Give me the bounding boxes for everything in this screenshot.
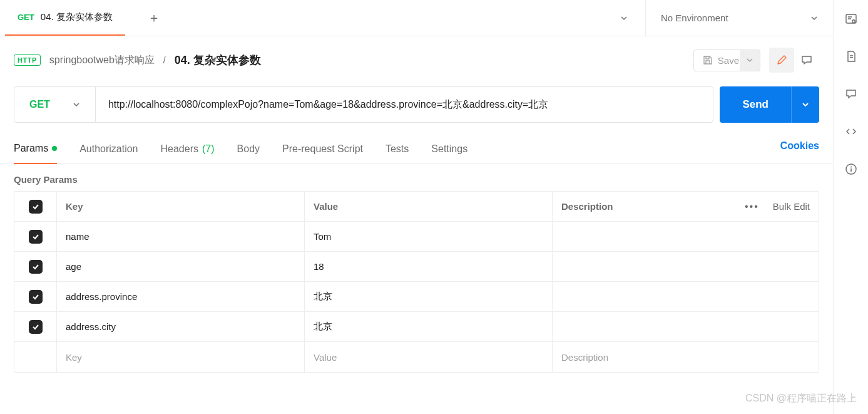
- table-row-new[interactable]: Key Value Description: [14, 342, 819, 372]
- param-key[interactable]: address.city: [57, 312, 305, 341]
- col-description: Description: [553, 192, 718, 221]
- tab-headers[interactable]: Headers (7): [161, 137, 215, 163]
- request-tabs: Params Authorization Headers (7) Body Pr…: [0, 134, 833, 164]
- method-label: GET: [29, 99, 50, 110]
- comment-icon: [801, 54, 812, 66]
- table-row: address.province 北京: [14, 282, 819, 312]
- breadcrumb-current: 04. 复杂实体参数: [175, 53, 261, 68]
- tab-tests[interactable]: Tests: [385, 137, 409, 163]
- svg-point-3: [850, 167, 852, 168]
- tab-method: GET: [18, 13, 34, 22]
- tab-body[interactable]: Body: [237, 137, 260, 163]
- tab-authorization[interactable]: Authorization: [79, 137, 138, 163]
- param-description[interactable]: [553, 312, 718, 341]
- url-box: GET: [14, 86, 713, 123]
- edit-button[interactable]: [769, 48, 794, 73]
- param-description[interactable]: [553, 252, 718, 281]
- method-selector[interactable]: GET: [14, 87, 96, 122]
- tab-bar: GET 04. 复杂实体参数 ＋ No Environment: [0, 0, 833, 36]
- breadcrumb-row: HTTP springbootweb请求响应 / 04. 复杂实体参数 Save: [0, 36, 833, 84]
- row-checkbox[interactable]: [29, 320, 43, 334]
- param-key-placeholder[interactable]: Key: [57, 342, 305, 372]
- documentation-icon[interactable]: [845, 50, 857, 63]
- param-description[interactable]: [553, 282, 718, 311]
- col-value: Value: [305, 192, 553, 221]
- check-icon: [32, 203, 39, 210]
- params-table: Key Value Description ••• Bulk Edit name…: [14, 191, 819, 373]
- params-indicator-dot: [52, 146, 57, 151]
- http-badge: HTTP: [14, 54, 41, 66]
- param-key[interactable]: age: [57, 252, 305, 281]
- breadcrumb-parent[interactable]: springbootweb请求响应: [49, 54, 155, 67]
- row-checkbox[interactable]: [29, 260, 43, 274]
- param-description-placeholder[interactable]: Description: [553, 342, 718, 372]
- svg-point-1: [852, 20, 854, 23]
- tabs-dropdown[interactable]: [620, 14, 645, 22]
- code-icon[interactable]: [845, 125, 857, 138]
- comment-button[interactable]: [794, 48, 819, 73]
- tab-prerequest[interactable]: Pre-request Script: [282, 137, 363, 163]
- tab-settings[interactable]: Settings: [431, 137, 467, 163]
- param-key[interactable]: name: [57, 222, 305, 251]
- param-key[interactable]: address.province: [57, 282, 305, 311]
- row-checkbox[interactable]: [29, 290, 43, 304]
- bulk-edit-link[interactable]: Bulk Edit: [773, 201, 810, 212]
- table-row: age 18: [14, 252, 819, 282]
- table-header-row: Key Value Description ••• Bulk Edit: [14, 192, 819, 222]
- param-value[interactable]: 北京: [305, 312, 553, 341]
- tab-params[interactable]: Params: [14, 137, 57, 164]
- param-description[interactable]: [553, 222, 718, 251]
- breadcrumb-separator: /: [163, 55, 166, 65]
- environment-quicklook-icon[interactable]: [845, 13, 857, 25]
- send-button[interactable]: Send: [720, 86, 791, 123]
- save-dropdown[interactable]: [740, 49, 760, 71]
- right-rail: [833, 0, 868, 414]
- param-value[interactable]: 18: [305, 252, 553, 281]
- table-row: address.city 北京: [14, 312, 819, 342]
- pencil-icon: [776, 54, 787, 66]
- table-more-button[interactable]: •••: [745, 201, 759, 212]
- info-icon[interactable]: [845, 163, 857, 175]
- section-title: Query Params: [0, 164, 833, 191]
- row-checkbox[interactable]: [29, 230, 43, 244]
- active-tab[interactable]: GET 04. 复杂实体参数: [5, 0, 125, 36]
- environment-label: No Environment: [661, 13, 728, 23]
- add-tab-button[interactable]: ＋: [146, 9, 161, 26]
- param-value-placeholder[interactable]: Value: [305, 342, 553, 372]
- comments-icon[interactable]: [845, 88, 857, 100]
- send-dropdown[interactable]: [791, 86, 819, 123]
- request-row: GET Send: [0, 84, 833, 134]
- checkbox-all[interactable]: [29, 200, 43, 214]
- save-icon: [703, 55, 713, 65]
- chevron-down-icon: [73, 101, 80, 108]
- environment-selector[interactable]: No Environment: [645, 0, 833, 36]
- col-key: Key: [57, 192, 305, 221]
- table-row: name Tom: [14, 222, 819, 252]
- tab-title: 04. 复杂实体参数: [41, 11, 113, 23]
- save-label: Save: [718, 55, 739, 66]
- cookies-link[interactable]: Cookies: [780, 140, 819, 160]
- param-value[interactable]: Tom: [305, 222, 553, 251]
- param-value[interactable]: 北京: [305, 282, 553, 311]
- url-input[interactable]: [96, 87, 713, 122]
